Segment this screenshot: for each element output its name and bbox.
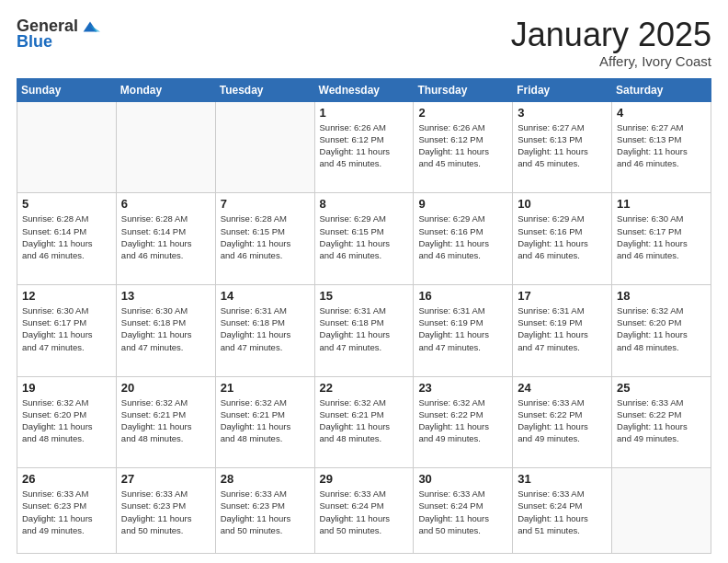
- day-info: Sunrise: 6:28 AM Sunset: 6:14 PM Dayligh…: [22, 213, 111, 261]
- table-row: 27Sunrise: 6:33 AM Sunset: 6:23 PM Dayli…: [116, 468, 215, 554]
- day-number: 18: [617, 289, 706, 303]
- logo-blue-text: Blue: [17, 33, 52, 52]
- calendar-table: Sunday Monday Tuesday Wednesday Thursday…: [17, 78, 711, 554]
- day-info: Sunrise: 6:27 AM Sunset: 6:13 PM Dayligh…: [518, 121, 607, 170]
- day-number: 15: [320, 289, 409, 303]
- calendar-week-row: 1Sunrise: 6:26 AM Sunset: 6:12 PM Daylig…: [17, 101, 711, 193]
- day-info: Sunrise: 6:32 AM Sunset: 6:22 PM Dayligh…: [418, 396, 507, 445]
- table-row: 18Sunrise: 6:32 AM Sunset: 6:20 PM Dayli…: [612, 284, 711, 376]
- table-row: 22Sunrise: 6:32 AM Sunset: 6:21 PM Dayli…: [314, 376, 414, 468]
- table-row: 30Sunrise: 6:33 AM Sunset: 6:24 PM Dayli…: [414, 468, 513, 554]
- calendar-title: January 2025: [511, 17, 711, 53]
- table-row: 12Sunrise: 6:30 AM Sunset: 6:17 PM Dayli…: [17, 284, 117, 376]
- day-number: 26: [22, 472, 111, 486]
- table-row: 26Sunrise: 6:33 AM Sunset: 6:23 PM Dayli…: [17, 468, 117, 554]
- day-info: Sunrise: 6:33 AM Sunset: 6:23 PM Dayligh…: [221, 488, 310, 536]
- day-number: 23: [418, 381, 507, 395]
- table-row: 11Sunrise: 6:30 AM Sunset: 6:17 PM Dayli…: [612, 193, 711, 285]
- day-info: Sunrise: 6:27 AM Sunset: 6:13 PM Dayligh…: [617, 121, 706, 170]
- day-info: Sunrise: 6:26 AM Sunset: 6:12 PM Dayligh…: [418, 121, 507, 170]
- table-row: 3Sunrise: 6:27 AM Sunset: 6:13 PM Daylig…: [513, 101, 612, 193]
- day-info: Sunrise: 6:33 AM Sunset: 6:23 PM Dayligh…: [22, 488, 111, 536]
- table-row: 1Sunrise: 6:26 AM Sunset: 6:12 PM Daylig…: [314, 101, 414, 193]
- weekday-header-row: Sunday Monday Tuesday Wednesday Thursday…: [17, 78, 711, 101]
- day-info: Sunrise: 6:26 AM Sunset: 6:12 PM Dayligh…: [320, 121, 409, 170]
- table-row: 28Sunrise: 6:33 AM Sunset: 6:23 PM Dayli…: [215, 468, 314, 554]
- logo-icon: [80, 17, 100, 37]
- day-number: 29: [320, 472, 409, 486]
- table-row: [17, 101, 117, 193]
- table-row: 24Sunrise: 6:33 AM Sunset: 6:22 PM Dayli…: [513, 376, 612, 468]
- title-block: January 2025 Affery, Ivory Coast: [511, 17, 711, 69]
- table-row: 2Sunrise: 6:26 AM Sunset: 6:12 PM Daylig…: [414, 101, 513, 193]
- calendar-week-row: 5Sunrise: 6:28 AM Sunset: 6:14 PM Daylig…: [17, 193, 711, 285]
- day-number: 31: [518, 472, 607, 486]
- header-wednesday: Wednesday: [314, 78, 414, 101]
- table-row: 8Sunrise: 6:29 AM Sunset: 6:15 PM Daylig…: [314, 193, 414, 285]
- day-info: Sunrise: 6:32 AM Sunset: 6:21 PM Dayligh…: [320, 396, 409, 445]
- calendar-location: Affery, Ivory Coast: [511, 53, 711, 69]
- day-number: 2: [418, 106, 507, 120]
- table-row: 23Sunrise: 6:32 AM Sunset: 6:22 PM Dayli…: [414, 376, 513, 468]
- table-row: 4Sunrise: 6:27 AM Sunset: 6:13 PM Daylig…: [612, 101, 711, 193]
- day-number: 24: [518, 381, 607, 395]
- day-number: 10: [518, 197, 607, 211]
- day-number: 17: [518, 289, 607, 303]
- day-info: Sunrise: 6:33 AM Sunset: 6:22 PM Dayligh…: [617, 396, 706, 445]
- logo: General Blue: [17, 17, 100, 52]
- day-info: Sunrise: 6:33 AM Sunset: 6:24 PM Dayligh…: [320, 488, 409, 536]
- calendar-week-row: 19Sunrise: 6:32 AM Sunset: 6:20 PM Dayli…: [17, 376, 711, 468]
- day-number: 1: [320, 106, 409, 120]
- header-saturday: Saturday: [612, 78, 711, 101]
- day-info: Sunrise: 6:29 AM Sunset: 6:15 PM Dayligh…: [320, 213, 409, 261]
- day-info: Sunrise: 6:32 AM Sunset: 6:20 PM Dayligh…: [22, 396, 111, 445]
- day-info: Sunrise: 6:29 AM Sunset: 6:16 PM Dayligh…: [518, 213, 607, 261]
- day-info: Sunrise: 6:33 AM Sunset: 6:24 PM Dayligh…: [418, 488, 507, 536]
- day-number: 22: [320, 381, 409, 395]
- table-row: 25Sunrise: 6:33 AM Sunset: 6:22 PM Dayli…: [612, 376, 711, 468]
- table-row: 21Sunrise: 6:32 AM Sunset: 6:21 PM Dayli…: [215, 376, 314, 468]
- day-info: Sunrise: 6:31 AM Sunset: 6:18 PM Dayligh…: [320, 304, 409, 353]
- day-info: Sunrise: 6:28 AM Sunset: 6:15 PM Dayligh…: [221, 213, 310, 261]
- day-number: 7: [221, 197, 310, 211]
- day-number: 16: [418, 289, 507, 303]
- page: General Blue January 2025 Affery, Ivory …: [0, 0, 728, 563]
- day-number: 11: [617, 197, 706, 211]
- calendar-week-row: 26Sunrise: 6:33 AM Sunset: 6:23 PM Dayli…: [17, 468, 711, 554]
- table-row: [215, 101, 314, 193]
- header-thursday: Thursday: [414, 78, 513, 101]
- day-number: 8: [320, 197, 409, 211]
- table-row: 17Sunrise: 6:31 AM Sunset: 6:19 PM Dayli…: [513, 284, 612, 376]
- day-number: 14: [221, 289, 310, 303]
- day-info: Sunrise: 6:33 AM Sunset: 6:22 PM Dayligh…: [518, 396, 607, 445]
- day-number: 30: [418, 472, 507, 486]
- day-number: 4: [617, 106, 706, 120]
- day-number: 6: [121, 197, 210, 211]
- table-row: 13Sunrise: 6:30 AM Sunset: 6:18 PM Dayli…: [116, 284, 215, 376]
- day-info: Sunrise: 6:31 AM Sunset: 6:18 PM Dayligh…: [221, 304, 310, 353]
- day-number: 5: [22, 197, 111, 211]
- day-number: 25: [617, 381, 706, 395]
- table-row: [116, 101, 215, 193]
- table-row: 29Sunrise: 6:33 AM Sunset: 6:24 PM Dayli…: [314, 468, 414, 554]
- day-info: Sunrise: 6:31 AM Sunset: 6:19 PM Dayligh…: [418, 304, 507, 353]
- day-number: 20: [121, 381, 210, 395]
- table-row: 9Sunrise: 6:29 AM Sunset: 6:16 PM Daylig…: [414, 193, 513, 285]
- day-number: 27: [121, 472, 210, 486]
- table-row: 31Sunrise: 6:33 AM Sunset: 6:24 PM Dayli…: [513, 468, 612, 554]
- day-number: 19: [22, 381, 111, 395]
- table-row: 6Sunrise: 6:28 AM Sunset: 6:14 PM Daylig…: [116, 193, 215, 285]
- table-row: 14Sunrise: 6:31 AM Sunset: 6:18 PM Dayli…: [215, 284, 314, 376]
- day-info: Sunrise: 6:30 AM Sunset: 6:17 PM Dayligh…: [617, 213, 706, 261]
- table-row: [612, 468, 711, 554]
- day-info: Sunrise: 6:32 AM Sunset: 6:21 PM Dayligh…: [221, 396, 310, 445]
- table-row: 16Sunrise: 6:31 AM Sunset: 6:19 PM Dayli…: [414, 284, 513, 376]
- header-friday: Friday: [513, 78, 612, 101]
- day-info: Sunrise: 6:28 AM Sunset: 6:14 PM Dayligh…: [121, 213, 210, 261]
- day-number: 3: [518, 106, 607, 120]
- day-info: Sunrise: 6:32 AM Sunset: 6:21 PM Dayligh…: [121, 396, 210, 445]
- day-number: 12: [22, 289, 111, 303]
- header: General Blue January 2025 Affery, Ivory …: [17, 17, 711, 69]
- day-info: Sunrise: 6:31 AM Sunset: 6:19 PM Dayligh…: [518, 304, 607, 353]
- header-tuesday: Tuesday: [215, 78, 314, 101]
